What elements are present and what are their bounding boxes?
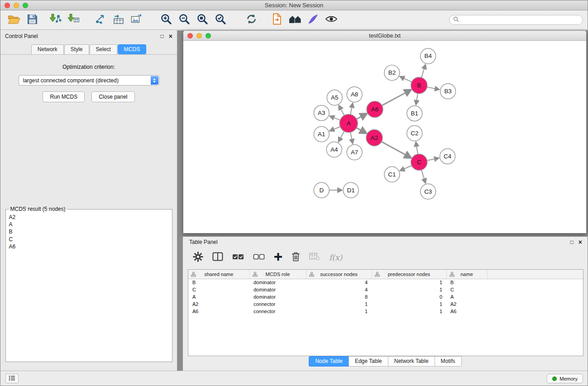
- function-builder-button[interactable]: f(x): [329, 253, 342, 262]
- cell-mcds-role[interactable]: connector: [249, 308, 306, 315]
- cell-successor-nodes[interactable]: 1: [306, 308, 372, 315]
- graph-edge-A-A2[interactable]: [357, 128, 366, 133]
- cell-successor-nodes[interactable]: 8: [306, 293, 372, 300]
- search-field[interactable]: [449, 15, 583, 25]
- import-network-button[interactable]: [46, 12, 64, 28]
- cell-predecessor-nodes[interactable]: 1: [372, 308, 446, 315]
- graph-edge-A6-B[interactable]: [382, 90, 411, 105]
- export-table-button[interactable]: [110, 12, 128, 28]
- cell-name[interactable]: A6: [446, 308, 487, 315]
- tab-network-table[interactable]: Network Table: [388, 356, 435, 367]
- column-header-shared-name[interactable]: shared name: [188, 270, 249, 279]
- open-document-button[interactable]: [268, 12, 286, 28]
- network-window-titlebar[interactable]: testGlobe.txt: [183, 31, 586, 41]
- result-item-c[interactable]: C: [8, 236, 170, 243]
- tab-mcds[interactable]: MCDS: [118, 44, 146, 54]
- column-header-name[interactable]: name: [446, 270, 487, 279]
- task-history-button[interactable]: [5, 374, 19, 383]
- result-item-a[interactable]: A: [8, 221, 170, 228]
- cell-name[interactable]: C: [446, 286, 487, 293]
- graph-edge-A-A8[interactable]: [350, 104, 353, 114]
- column-header-successor-nodes[interactable]: successor nodes: [306, 270, 372, 279]
- graph-edge-A-A7[interactable]: [350, 132, 353, 143]
- graph-edge-A2-C[interactable]: [382, 142, 411, 157]
- tab-motifs[interactable]: Motifs: [435, 356, 462, 367]
- tab-node-table[interactable]: Node Table: [309, 356, 349, 367]
- graph-edge-A-A6[interactable]: [357, 114, 366, 119]
- export-image-button[interactable]: [128, 12, 146, 28]
- graph-edge-A-A5[interactable]: [339, 106, 344, 115]
- tab-select[interactable]: Select: [90, 44, 117, 54]
- column-header-predecessor-nodes[interactable]: predecessor nodes: [372, 270, 446, 279]
- float-panel-icon[interactable]: □: [161, 33, 164, 39]
- refresh-layout-button[interactable]: [242, 12, 260, 28]
- cell-name[interactable]: A2: [446, 300, 487, 308]
- select-all-button[interactable]: [232, 253, 244, 262]
- add-column-button[interactable]: [274, 253, 282, 263]
- node-table[interactable]: shared nameMCDS rolesuccessor nodesprede…: [188, 269, 583, 356]
- optimization-criterion-dropdown[interactable]: largest connected component (directed): [19, 75, 159, 86]
- cell-predecessor-nodes[interactable]: 1: [372, 286, 446, 293]
- cell-predecessor-nodes[interactable]: 1: [372, 279, 446, 286]
- new-network-button[interactable]: [91, 12, 110, 28]
- table-row-b[interactable]: Bdominator41B: [188, 279, 583, 286]
- open-session-button[interactable]: [5, 12, 23, 28]
- column-header-mcds-role[interactable]: MCDS role: [249, 270, 306, 279]
- network-minimize-button[interactable]: [196, 33, 202, 38]
- close-panel-icon[interactable]: ×: [169, 33, 172, 39]
- search-input[interactable]: [461, 17, 579, 23]
- zoom-selected-button[interactable]: [211, 12, 229, 28]
- cell-shared-name[interactable]: A2: [188, 300, 249, 308]
- cell-mcds-role[interactable]: dominator: [249, 293, 306, 300]
- show-hide-button[interactable]: [322, 12, 340, 28]
- import-table-button[interactable]: [64, 12, 82, 28]
- tab-style[interactable]: Style: [64, 44, 89, 54]
- network-graph[interactable]: B4B2BB3A5A8A6B1A3AC2A1A2A4A7C4CC1C3DD1: [183, 41, 586, 233]
- clear-table-button[interactable]: [309, 253, 320, 262]
- result-item-b[interactable]: B: [8, 228, 170, 235]
- cell-successor-nodes[interactable]: 1: [306, 300, 372, 308]
- graph-edge-A-A1[interactable]: [330, 127, 340, 131]
- cell-successor-nodes[interactable]: 4: [306, 279, 372, 286]
- tab-edge-table[interactable]: Edge Table: [349, 356, 388, 367]
- table-row-a[interactable]: Adominator80A: [188, 293, 583, 300]
- graph-edge-C-C3[interactable]: [421, 170, 425, 183]
- graph-edge-B-B1[interactable]: [416, 94, 418, 104]
- zoom-out-button[interactable]: [175, 12, 193, 28]
- close-table-panel-icon[interactable]: ×: [578, 239, 582, 245]
- network-close-button[interactable]: [187, 33, 193, 38]
- cell-mcds-role[interactable]: connector: [249, 300, 306, 308]
- cell-successor-nodes[interactable]: 4: [306, 286, 372, 293]
- close-panel-button[interactable]: Close panel: [91, 91, 134, 102]
- cell-predecessor-nodes[interactable]: 0: [372, 293, 446, 300]
- graph-edge-A-A3[interactable]: [330, 116, 340, 120]
- tab-network[interactable]: Network: [31, 44, 64, 54]
- cell-shared-name[interactable]: B: [188, 279, 249, 286]
- zoom-in-button[interactable]: [157, 12, 175, 28]
- dropdown-stepper-icon[interactable]: [151, 76, 158, 85]
- graph-edge-C-C1[interactable]: [401, 166, 411, 171]
- minimize-window-button[interactable]: [14, 3, 19, 8]
- graph-edge-C-C2[interactable]: [416, 143, 418, 154]
- cell-name[interactable]: B: [446, 279, 487, 286]
- cell-shared-name[interactable]: A: [188, 293, 249, 300]
- deselect-all-button[interactable]: [253, 253, 265, 262]
- result-item-a6[interactable]: A6: [8, 243, 170, 250]
- table-settings-button[interactable]: [193, 252, 203, 264]
- zoom-window-button[interactable]: [23, 3, 28, 8]
- cell-mcds-role[interactable]: dominator: [249, 279, 306, 286]
- graph-edge-C-C4[interactable]: [427, 158, 438, 161]
- cell-predecessor-nodes[interactable]: 1: [372, 300, 446, 308]
- run-mcds-button[interactable]: Run MCDS: [43, 91, 85, 102]
- table-row-a2[interactable]: A2connector11A2: [188, 300, 583, 308]
- cell-name[interactable]: A: [446, 293, 487, 300]
- show-columns-button[interactable]: [212, 252, 223, 263]
- result-item-a2[interactable]: A2: [8, 214, 170, 221]
- style-painter-button[interactable]: [304, 12, 322, 28]
- cell-shared-name[interactable]: C: [188, 286, 249, 293]
- network-zoom-button[interactable]: [206, 33, 211, 38]
- memory-button[interactable]: Memory: [547, 374, 583, 383]
- float-table-panel-icon[interactable]: □: [570, 239, 574, 245]
- graph-edge-B-B4[interactable]: [421, 65, 425, 78]
- table-row-a6[interactable]: A6connector11A6: [188, 308, 583, 315]
